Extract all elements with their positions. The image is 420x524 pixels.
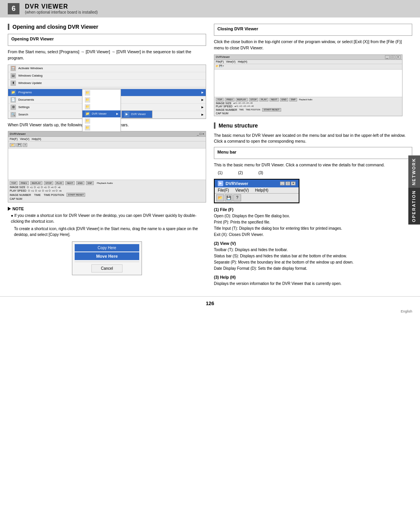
help-text: Displays the version information for the… [214,281,412,287]
update-icon: ⬆ [10,80,16,86]
footer-language: English [401,309,412,313]
btn-next: NEXT [65,181,75,185]
closing-section: Closing DVR Viewer Click the close butto… [214,24,412,116]
dvrviewer-default-titlebar: DVRViewer _ □ × [8,131,206,137]
dvrviewer-help-menu[interactable]: Help(H) [252,187,271,193]
header-bar: 6 DVR VIEWER (when optional interface bo… [0,0,420,17]
startmenu-item-programs: 📁 Programs ▶ 📁 Accessories ▶ 📁 Adobe [8,89,206,96]
tool-btn-open[interactable]: 📂 [216,194,224,201]
startmenu-item-catalog: 🗂 Windows Catalog [8,72,206,80]
page-wrapper: 6 DVR VIEWER (when optional interface bo… [0,0,420,524]
submenu-startup: 📁 Startup ▶ [82,124,121,131]
close-btn-snp: SNP [289,98,297,101]
menu-bar-subsection-box: Menu bar [214,147,412,159]
speed-radio-6 [56,190,58,192]
speed-radio-4 [49,190,51,192]
dvrviewer-file-menu[interactable]: File(F) [215,187,232,193]
view-statusbar: Status bar (S): Displays and hides the s… [214,253,412,259]
file-heading: (1) File (F) [214,207,412,212]
play-speed-options: ×1 ×2 ×3 ×4 ×6 [28,190,61,192]
menu-structure-text: The basic menus for DVR Viewer are locat… [214,133,412,145]
left-column: Opening and closing DVR Viewer Opening D… [8,24,206,290]
documents-icon: 📄 [10,97,16,103]
dvrviewer-view-menu[interactable]: View(V) [232,187,252,193]
documents-label: Documents [18,98,34,101]
vertical-labels: NETWORK OPERATION [408,155,420,224]
file-title-input: Title Input (T): Displays the dialog box… [214,225,412,232]
cancel-button[interactable]: Cancel [91,264,122,272]
dvrviewer-default-bottom: TOP PREV REPLAY STOP PLAY NEXT END SNP P… [8,180,206,202]
btn-end: END [76,181,84,185]
close-btn-prev: PREV [225,98,234,101]
closing-subsection-box: Closing DVR Viewer [214,24,412,36]
startup-arrow: ▶ [116,126,118,129]
settings-arrow: ▶ [201,106,203,109]
play-speed-row: PLAY SPEED ×1 ×2 ×3 ×4 ×6 [10,189,204,192]
documents-arrow: ▶ [201,98,203,101]
search-label: Search [18,113,28,116]
chapter-number: 6 [8,3,19,14]
dvrviewer-default-title: DVRViewer [10,132,26,136]
activate-label: Activate Windows [18,66,43,70]
opening-subsection-label: Opening DVR Viewer [11,37,203,41]
image-size-label: IMAGE SIZE [10,186,25,189]
dvrviewer-menu-titlebar: ▶ DVRViewer _ □ × [215,180,299,187]
menu-bar-text: This is the basic menu for DVR Viewer. C… [214,162,412,168]
note-header: NOTE [8,206,206,211]
tool-btn-help[interactable]: ? [233,194,241,201]
startmenu-item-activate: 🪟 Activate Windows [8,65,206,72]
programs-arrow: ▶ [201,91,203,94]
dvrviewer-default-menubar: File(F) View(V) Help(H) [8,137,206,141]
size-radio-6 [54,186,56,188]
size-radio-2 [34,186,36,188]
copy-here-dialog: Copy Here Move Here Cancel [72,241,142,275]
close-btn-end: END [280,98,288,101]
settings-label: Settings [18,105,30,109]
search-icon: 🔍 [10,112,16,117]
view-desc-section: (2) View (V) Toolbar (T): Displays and h… [214,241,412,272]
opening-text: From the Start menu, select [Programs] →… [8,49,206,61]
toolbar-btn2: 💾 [16,143,22,147]
tool-btn-save[interactable]: 💾 [225,194,233,201]
file-exit: Exit (X): Closes DVR Viewer. [214,232,412,238]
dvrviewer-close: × [291,182,296,185]
close-time-label: TIME [239,108,244,111]
copy-here-button[interactable]: Copy Here [75,244,139,252]
dvrviewer-titlebar-buttons: _ □ × [280,182,296,185]
dell-arrow: ▶ [116,105,118,108]
right-column: Closing DVR Viewer Click the close butto… [214,24,412,290]
dvr-close-toolbar-content: 📂 💾 ? [216,65,224,67]
transport-row: TOP PREV REPLAY STOP PLAY NEXT END SNP P… [10,181,204,185]
start-reset-btn: START RESET [66,193,86,197]
cap-num-row: CAP NUM [10,197,204,200]
dvr-close-toolbar: 📂 💾 ? [214,64,402,70]
dvrviewer-minimize: _ [280,182,285,185]
main-content: Opening and closing DVR Viewer Opening D… [0,17,420,296]
dvr-close-body [214,70,402,97]
search-arrow: ▶ [201,113,203,116]
settings-icon: ⚙ [10,105,16,110]
operation-label: OPERATION [408,188,420,225]
programs-icon: 📁 [10,90,16,95]
note-label: NOTE [12,206,24,211]
menu-view: View(V) [20,138,29,140]
move-here-button[interactable]: Move Here [75,252,139,260]
close-image-number-label: IMAGE NUMBER [216,108,237,111]
dvrviewer-titlebar-icon: ▶ [218,181,223,186]
file-desc-section: (1) File (F) Open (O): Displays the Open… [214,207,412,238]
games-label: Games [92,119,101,122]
close-time-pos-label: TIME POSITION [246,108,260,111]
dialog-separator [75,262,139,262]
note-box: NOTE If you create a shortcut icon for D… [8,206,206,238]
dvr-close-play-speed: PLAY SPEED ●×1 ○×2 ○×3 ○×4 ○×6 [216,105,401,108]
btn-top: TOP [10,181,18,185]
size-radio-3 [41,186,43,188]
dvrviewer-menu-mock: ▶ DVRViewer _ □ × File(F) View(V) [214,179,299,203]
dvr-close-image-number: IMAGE NUMBER TIME TIME POSITION START RE… [216,108,401,112]
menu-help: Help(H) [32,138,41,140]
btn-replay: REPLAY [30,181,42,185]
dvr-close-menu-file: File(F) [216,60,224,63]
image-number-row: IMAGE NUMBER TIME TIME POSITION START RE… [10,193,204,197]
size-radio-1 [27,186,29,188]
close-buttons: _ □ × [385,55,401,59]
